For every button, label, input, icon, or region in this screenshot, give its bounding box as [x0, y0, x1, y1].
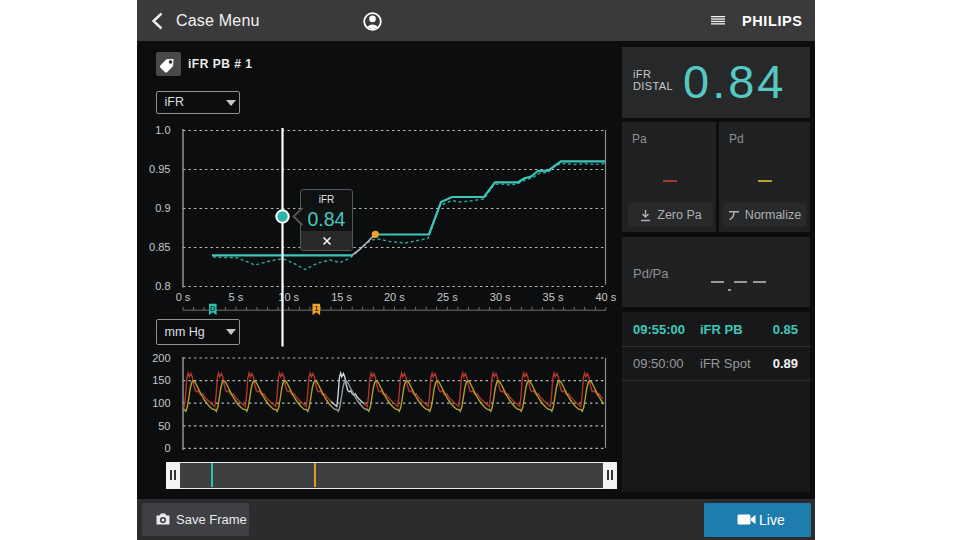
svg-text:40 s: 40 s [596, 291, 617, 303]
svg-text:15 s: 15 s [331, 291, 352, 303]
svg-text:0: 0 [164, 442, 170, 454]
svg-text:20 s: 20 s [384, 291, 405, 303]
svg-text:D: D [210, 304, 216, 313]
svg-text:150: 150 [152, 374, 170, 386]
svg-text:0.8: 0.8 [155, 280, 170, 292]
svg-text:25 s: 25 s [437, 291, 458, 303]
svg-text:200: 200 [152, 352, 170, 364]
svg-text:0 s: 0 s [176, 291, 191, 303]
svg-text:5 s: 5 s [229, 291, 244, 303]
svg-text:50: 50 [158, 420, 170, 432]
svg-text:0.9: 0.9 [155, 202, 170, 214]
svg-text:1: 1 [314, 304, 318, 313]
svg-text:30 s: 30 s [490, 291, 511, 303]
svg-text:100: 100 [152, 397, 170, 409]
svg-text:0.85: 0.85 [149, 241, 170, 253]
svg-text:1.0: 1.0 [155, 124, 170, 136]
svg-text:35 s: 35 s [543, 291, 564, 303]
svg-text:0.95: 0.95 [149, 163, 170, 175]
